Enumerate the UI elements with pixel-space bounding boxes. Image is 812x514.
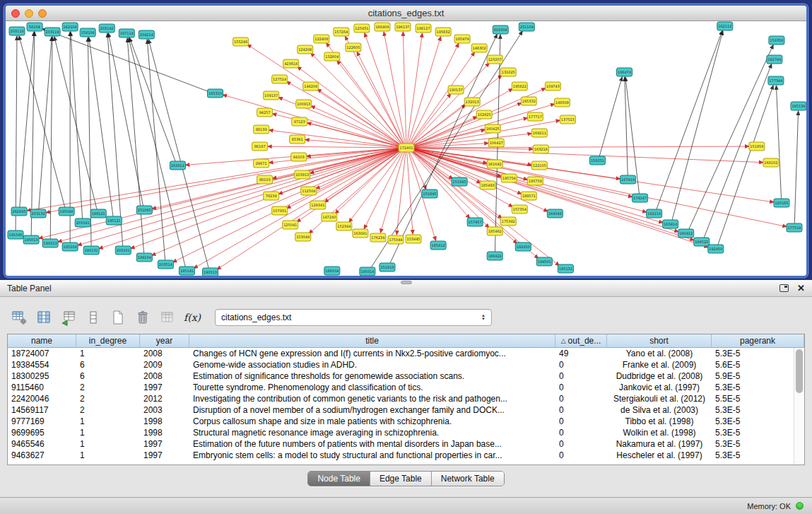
graph-node[interactable]: 195758 (527, 177, 543, 185)
column-header-name[interactable]: name (8, 334, 76, 347)
graph-node[interactable]: 112504 (301, 187, 317, 195)
graph-node[interactable]: 132604 (324, 52, 340, 61)
graph-node[interactable]: 185479 (454, 35, 470, 43)
graph-node[interactable]: 100913 (296, 100, 312, 108)
graph-node[interactable]: 122105 (531, 161, 547, 170)
scrollbar-thumb[interactable] (796, 349, 803, 393)
graph-node[interactable]: 102625 (476, 110, 492, 119)
graph-node[interactable]: 182114 (647, 209, 662, 218)
graph-node[interactable]: 195046 (59, 207, 74, 216)
table-row[interactable]: 977716911998Corpus callosum shape and si… (8, 416, 794, 427)
graph-node[interactable]: 195832 (435, 28, 451, 36)
graph-node[interactable]: 203514 (158, 260, 173, 269)
graph-node[interactable]: 183414 (663, 220, 678, 228)
graph-node[interactable]: 158251 (589, 156, 605, 165)
graph-node[interactable]: 195121 (106, 216, 122, 225)
graph-node[interactable]: 182450 (515, 243, 531, 251)
table-mode-button[interactable] (10, 308, 28, 327)
columns-visibility-button[interactable] (35, 308, 53, 327)
graph-node[interactable]: 186422 (487, 252, 502, 260)
graph-node[interactable]: 199121 (90, 209, 106, 218)
graph-node[interactable]: 155248 (233, 37, 249, 46)
column-header-short[interactable]: short (607, 334, 712, 347)
graph-node[interactable]: 190513 (202, 268, 218, 276)
graph-node[interactable]: 169044 (547, 209, 563, 218)
graph-node[interactable]: 160425 (485, 124, 500, 133)
graph-node[interactable]: 124208 (298, 45, 313, 54)
graph-node[interactable]: 123207 (487, 55, 502, 64)
graph-node[interactable]: 195754 (501, 174, 517, 182)
window-titlebar[interactable]: citations_edges.txt (6, 6, 806, 21)
graph-node[interactable]: 151645 (452, 177, 467, 186)
import-table-button[interactable] (158, 308, 177, 327)
graph-node[interactable]: 203119 (45, 28, 60, 36)
graph-node[interactable]: 166409 (375, 23, 390, 31)
graph-node[interactable]: 144204 (303, 82, 319, 90)
graph-node[interactable]: 169211 (531, 129, 547, 137)
graph-node[interactable]: 192450 (708, 245, 724, 253)
graph-node[interactable]: 122408 (314, 35, 329, 43)
graph-node[interactable]: 127514 (272, 75, 288, 83)
graph-node[interactable]: 125431 (354, 24, 370, 33)
graph-node[interactable]: 98103 (257, 175, 273, 184)
tab-node-table[interactable]: Node Table (308, 472, 370, 486)
graph-node[interactable]: 195139 (791, 102, 806, 110)
graph-node[interactable]: 195822 (512, 82, 527, 90)
row-options-button[interactable] (84, 308, 102, 327)
graph-node[interactable]: 423614 (283, 59, 299, 68)
column-header-pagerank[interactable]: pagerank (712, 334, 804, 347)
graph-node[interactable]: 151845 (422, 189, 437, 198)
graph-node[interactable]: 97123 (292, 117, 307, 126)
graph-node[interactable]: 174147 (632, 194, 648, 202)
graph-node[interactable]: 86187 (252, 142, 268, 151)
table-row[interactable]: 946362711997Embryonic stem cells: a mode… (8, 450, 794, 461)
graph-node[interactable]: 146302 (471, 44, 487, 52)
graph-node[interactable]: 162112 (717, 22, 733, 30)
graph-node[interactable]: 190137 (448, 86, 464, 94)
delete-table-button[interactable] (134, 308, 152, 327)
graph-node[interactable]: 198127 (416, 24, 431, 33)
graph-node[interactable]: 165332 (521, 97, 536, 105)
graph-node[interactable]: 158104 (80, 28, 95, 37)
graph-node[interactable]: 109743 (545, 82, 560, 90)
table-row[interactable]: 946554611997Estimation of the future num… (8, 438, 794, 450)
graph-node[interactable]: 157354 (512, 205, 527, 214)
graph-node[interactable]: 107931 (272, 206, 288, 215)
graph-node[interactable]: 185493 (480, 181, 495, 189)
graph-node[interactable]: 163216 (533, 145, 548, 153)
table-row[interactable]: 2242004622012Investigating the contribut… (8, 393, 794, 404)
column-header-in_degree[interactable]: in_degree (76, 334, 140, 347)
graph-node[interactable]: 195141 (179, 267, 194, 275)
graph-node[interactable]: 165310 (208, 89, 223, 98)
graph-node[interactable]: 203142 (99, 24, 114, 33)
graph-node[interactable]: 168102 (763, 158, 779, 167)
graph-node[interactable]: 122605 (346, 43, 361, 52)
table-row[interactable]: 969969511998Structural magnetic resonanc… (8, 427, 794, 438)
graph-node[interactable]: 251065 (136, 206, 152, 214)
network-view-window[interactable]: citations_edges.txt 17240112420842361412… (3, 3, 809, 279)
graph-node[interactable]: 132013 (464, 98, 480, 106)
graph-node[interactable]: 147240 (322, 213, 337, 221)
window-close-button[interactable] (11, 9, 20, 18)
graph-node[interactable]: 76234 (264, 192, 279, 200)
column-header-title[interactable]: title (189, 334, 555, 347)
graph-node[interactable]: 177717 (527, 112, 543, 121)
new-column-button[interactable] (59, 308, 78, 327)
graph-node[interactable]: 191046 (8, 230, 23, 239)
graph-node[interactable]: 103913 (295, 170, 310, 179)
graph-node[interactable]: 163041 (353, 229, 368, 238)
graph-node[interactable]: 203132 (30, 209, 46, 218)
graph-node[interactable]: 262612 (170, 161, 185, 170)
graph-node[interactable]: 251104 (519, 23, 534, 31)
graph-node[interactable]: 85361 (290, 135, 305, 144)
graph-node[interactable]: 29671 (254, 159, 269, 168)
graph-node[interactable]: 153445 (406, 235, 421, 243)
network-canvas[interactable]: 1724011242084236141275141091379425788139… (6, 21, 806, 276)
graph-node[interactable]: 190412 (678, 229, 694, 238)
table-vertical-scrollbar[interactable] (794, 348, 804, 465)
graph-node[interactable]: 137515 (560, 115, 575, 124)
float-panel-icon[interactable] (779, 284, 789, 292)
graph-node[interactable]: 159358 (769, 36, 784, 45)
graph-node[interactable]: 196137 (395, 23, 411, 31)
graph-node[interactable]: 176234 (370, 233, 386, 242)
